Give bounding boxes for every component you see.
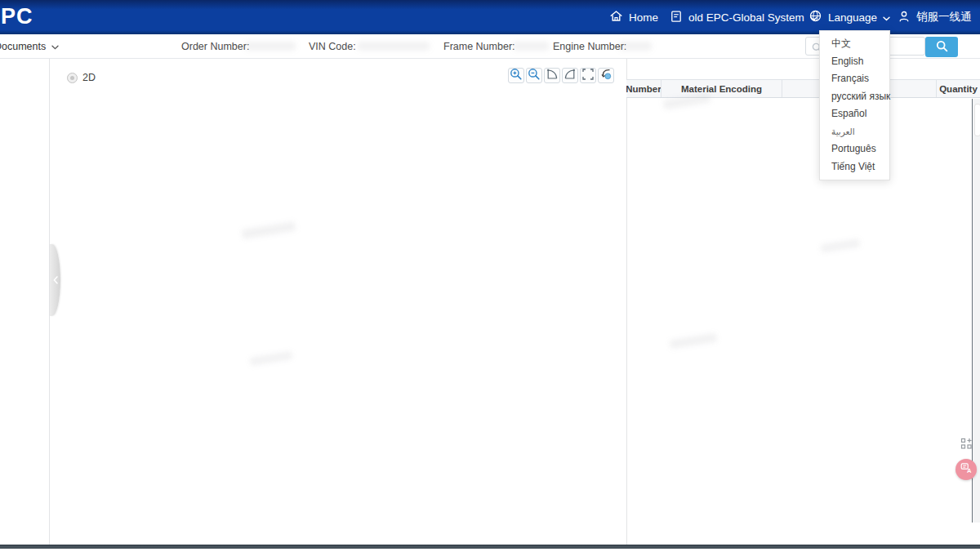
document-icon bbox=[670, 10, 683, 25]
reset-view-button[interactable] bbox=[598, 68, 614, 83]
bottom-status-bar bbox=[0, 545, 980, 549]
documents-menu[interactable]: Documents bbox=[0, 34, 59, 59]
language-option-zh[interactable]: 中文 bbox=[820, 35, 889, 53]
redacted-value bbox=[245, 42, 296, 51]
2d-mode-label: 2D bbox=[82, 72, 96, 83]
viewer-toolbar bbox=[508, 68, 614, 83]
nav-user-portal-label: 销服一线通 bbox=[916, 10, 972, 24]
app-logo: PC bbox=[1, 0, 33, 34]
home-icon bbox=[609, 9, 623, 25]
top-navigation-bar: PC Home old EPC-Global System Language bbox=[0, 0, 980, 34]
chevron-down-icon bbox=[51, 41, 59, 52]
column-header-material-encoding: Material Encoding bbox=[662, 80, 782, 97]
globe-icon bbox=[808, 9, 822, 25]
2d-mode-radio[interactable]: 2D bbox=[67, 72, 96, 83]
nav-old-epc-label: old EPC-Global System bbox=[688, 11, 804, 24]
app-root: PC Home old EPC-Global System Language bbox=[0, 0, 980, 556]
redacted-value bbox=[619, 42, 652, 51]
rotate-left-icon bbox=[546, 68, 559, 83]
collapse-panel-handle[interactable] bbox=[50, 244, 60, 316]
language-option-vi[interactable]: Tiếng Việt bbox=[820, 158, 889, 176]
vin-code-label: VIN Code: bbox=[309, 34, 356, 59]
nav-home-label: Home bbox=[629, 11, 658, 24]
watermark-smudge bbox=[669, 333, 717, 349]
translate-service-icon: A bbox=[960, 462, 973, 478]
zoom-out-button[interactable] bbox=[526, 68, 542, 83]
language-dropdown-menu: 中文 English Français русский язык Español… bbox=[819, 30, 890, 180]
language-option-pt[interactable]: Português bbox=[820, 140, 889, 158]
widget-grid-button[interactable] bbox=[959, 438, 973, 452]
nav-user-portal[interactable]: 销服一线通 bbox=[898, 0, 972, 34]
rotate-right-icon bbox=[564, 68, 577, 83]
chevron-down-icon bbox=[883, 11, 890, 24]
column-header-number: Number bbox=[626, 80, 662, 97]
watermark-smudge bbox=[241, 221, 296, 239]
zoom-in-icon bbox=[510, 68, 523, 83]
parts-table-header: Number Material Encoding Quantity bbox=[626, 79, 980, 98]
search-button[interactable] bbox=[925, 37, 958, 57]
viewer-table-divider bbox=[626, 59, 627, 545]
chevron-left-icon bbox=[53, 273, 58, 287]
table-scrollbar-thumb[interactable] bbox=[974, 104, 980, 136]
grid-plus-icon bbox=[960, 438, 973, 453]
documents-menu-label: Documents bbox=[0, 41, 46, 52]
zoom-out-icon bbox=[528, 68, 541, 83]
radio-icon bbox=[67, 73, 78, 83]
fit-screen-button[interactable] bbox=[580, 68, 596, 83]
reset-view-icon bbox=[599, 68, 612, 83]
language-option-fr[interactable]: Français bbox=[820, 70, 889, 88]
service-float-button[interactable]: A bbox=[956, 459, 977, 480]
watermark-smudge bbox=[821, 238, 861, 252]
nav-home[interactable]: Home bbox=[609, 0, 658, 34]
language-option-en[interactable]: English bbox=[820, 53, 889, 71]
language-option-es[interactable]: Español bbox=[820, 105, 889, 123]
language-option-ar[interactable]: العربية bbox=[820, 123, 889, 141]
nav-old-epc-system[interactable]: old EPC-Global System bbox=[670, 0, 817, 34]
engine-number-label: Engine Number: bbox=[553, 34, 626, 59]
search-icon bbox=[936, 40, 948, 55]
user-icon bbox=[898, 10, 911, 25]
rotate-right-button[interactable] bbox=[562, 68, 578, 83]
frame-number-label: Frame Number: bbox=[443, 34, 515, 59]
nav-language-label: Language bbox=[828, 11, 877, 24]
redacted-value bbox=[513, 42, 549, 51]
language-option-ru[interactable]: русский язык bbox=[820, 88, 889, 106]
redacted-value bbox=[358, 42, 430, 51]
column-header-quantity: Quantity bbox=[937, 80, 980, 97]
rotate-left-button[interactable] bbox=[544, 68, 560, 83]
order-number-label: Order Number: bbox=[181, 34, 249, 59]
watermark-smudge bbox=[250, 351, 293, 366]
svg-text:A: A bbox=[967, 467, 972, 474]
nav-language[interactable]: Language bbox=[808, 0, 890, 34]
table-scrollbar-track[interactable] bbox=[972, 99, 980, 523]
zoom-in-button[interactable] bbox=[508, 68, 524, 83]
fit-screen-icon bbox=[581, 68, 595, 83]
